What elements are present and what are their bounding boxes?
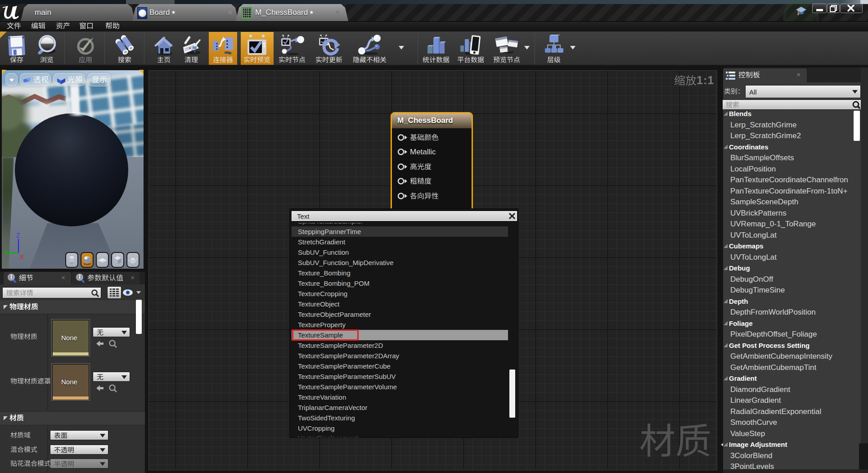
svg-text:X: X bbox=[20, 253, 24, 261]
svg-text:Z: Z bbox=[16, 233, 20, 239]
svg-text:Y: Y bbox=[4, 249, 9, 257]
